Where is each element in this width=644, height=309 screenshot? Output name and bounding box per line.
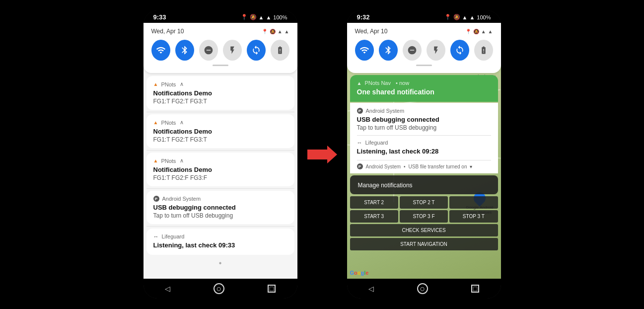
right-tile-sync[interactable] (450, 40, 469, 61)
left-notif3-body: FG1:T FG2:F FG3:F (153, 174, 287, 181)
left-tile-battery-saver[interactable] (271, 40, 289, 61)
left-back-button[interactable]: ◁ (165, 285, 170, 293)
right-notif-panel-overlay: Wed, Apr 10 📍 🔕 ▲ ▲ (347, 23, 501, 250)
left-notif2-expand: ∧ (180, 119, 184, 126)
right-recents-button[interactable]: □ (471, 285, 479, 293)
left-notif4-body: Tap to turn off USB debugging (153, 212, 287, 219)
right-qs-status-icons: 📍 🔕 ▲ ▲ (465, 29, 493, 34)
divider-4 (146, 226, 294, 227)
pnots-triangle-icon-2: ▲ (153, 120, 158, 125)
left-notif-pnots-3[interactable]: ▲ PNots ∧ Notifications Demo FG1:T FG2:F… (146, 153, 294, 186)
right-notif-green-time: • now (396, 80, 409, 86)
divider-2 (146, 150, 294, 151)
left-notif-lifeguard[interactable]: ↔ Lifeguard Listening, last check 09:33 (146, 229, 294, 255)
right-usb-footer[interactable]: P Android System • USB file transfer tur… (350, 160, 498, 173)
right-status-icons: 📍 🔕 ▲ ▲ 100% (444, 14, 491, 20)
manage-notifs-label[interactable]: Manage notifications (358, 182, 413, 189)
right-notif-usb[interactable]: P Android System USB debugging connected… (350, 103, 498, 135)
right-usb-body: Tap to turn off USB debugging (357, 124, 491, 131)
right-white-notifs-card: P Android System USB debugging connected… (350, 103, 498, 173)
right-notif-pnots-nav[interactable]: ▲ PNots Nav • now One shared notificatio… (350, 75, 498, 102)
mute-icon: 🔕 (250, 14, 257, 20)
left-notif3-app: PNots (161, 158, 176, 164)
left-notification-panel: Wed, Apr 10 📍 🔕 ▲ ▲ (143, 23, 297, 279)
map-btn-empty[interactable] (449, 196, 498, 209)
left-notif2-body: FG1:T FG2:T FG3:T (153, 136, 287, 143)
left-home-button[interactable]: ○ (214, 283, 224, 294)
left-qs-tiles[interactable] (151, 40, 289, 61)
left-tile-flashlight[interactable] (223, 40, 242, 61)
right-tile-bluetooth[interactable] (379, 40, 398, 61)
divider-3 (146, 188, 294, 189)
right-map-buttons-row2: START 3 STOP 3 F STOP 3 T (350, 210, 498, 223)
map-btn-start3[interactable]: START 3 (350, 210, 398, 223)
left-notif3-title: Notifications Demo (153, 166, 287, 173)
right-tile-battery-saver[interactable] (474, 40, 493, 61)
left-qs-status-icons: 📍 🔕 ▲ ▲ (262, 29, 289, 34)
left-qs-wifi: ▲ (278, 29, 283, 34)
android-system-icon-left: P (153, 196, 159, 202)
right-qs-signal: ▲ (488, 29, 493, 34)
left-qs-date: Wed, Apr 10 (151, 28, 184, 35)
map-btn-stop3f[interactable]: STOP 3 F (400, 210, 448, 223)
right-time: 9:32 (357, 13, 370, 21)
right-wifi-icon: ▲ (462, 14, 468, 20)
map-btn-check-services[interactable]: CHECK SERVICES (350, 224, 498, 236)
right-qs-tiles[interactable] (355, 40, 493, 61)
left-notif1-expand: ∧ (180, 81, 184, 87)
right-qs-date: Wed, Apr 10 (355, 28, 388, 35)
left-notif3-header: ▲ PNots ∧ (153, 157, 287, 164)
right-notif-green-title: One shared notification (357, 88, 491, 96)
right-usb-app: Android System (366, 108, 405, 114)
right-map-buttons-row3: CHECK SERVICES (350, 224, 498, 236)
left-recents-button[interactable]: □ (268, 285, 276, 293)
left-dot-indicator: • (146, 256, 294, 271)
map-btn-stop3t[interactable]: STOP 3 T (449, 210, 498, 223)
right-qs-location: 📍 (465, 29, 471, 34)
right-notif-lifeguard[interactable]: ↔ Lifeguard Listening, last check 09:28 (350, 136, 498, 160)
left-notif2-header: ▲ PNots ∧ (153, 119, 287, 126)
left-tile-wifi[interactable] (151, 40, 170, 61)
left-notif-pnots-1[interactable]: ▲ PNots ∧ Notifications Demo FG1:T FG2:T… (146, 76, 294, 110)
right-footer-usb-text: USB file transfer turned on (409, 164, 467, 169)
wifi-status-icon: ▲ (259, 14, 264, 20)
left-notif5-app: Lifeguard (162, 233, 185, 239)
right-footer-expand-icon: ▾ (470, 164, 472, 169)
left-tile-dnd[interactable] (199, 40, 218, 61)
left-notif4-title: USB debugging connected (153, 204, 287, 211)
divider-1 (146, 112, 294, 112)
map-btn-start-nav[interactable]: START NAVIGATION (350, 238, 498, 250)
left-notif4-app: Android System (162, 196, 201, 202)
right-tile-dnd[interactable] (403, 40, 422, 61)
right-footer-app: Android System (366, 164, 401, 169)
left-tile-bluetooth[interactable] (175, 40, 194, 61)
left-notif3-expand: ∧ (180, 157, 184, 164)
map-btn-start2[interactable]: START 2 (350, 196, 398, 209)
right-map-buttons-row1: START 2 STOP 2 T (350, 196, 498, 209)
right-map-buttons-row4: START NAVIGATION (350, 238, 498, 250)
right-tile-flashlight[interactable] (427, 40, 445, 61)
google-logo: Google (350, 270, 369, 276)
right-back-button[interactable]: ◁ (368, 285, 374, 293)
left-status-bar: 9:33 📍 🔕 ▲ ▲ 100% (143, 10, 297, 23)
right-tile-wifi[interactable] (355, 40, 374, 61)
right-qs-handle (416, 65, 432, 66)
right-mute-icon: 🔕 (453, 14, 460, 20)
left-notif-android-system[interactable]: P Android System USB debugging connected… (146, 191, 294, 224)
left-quick-settings: Wed, Apr 10 📍 🔕 ▲ ▲ (143, 23, 297, 73)
battery-label: 100% (273, 14, 287, 20)
left-qs-handle (213, 65, 228, 66)
left-notif2-app: PNots (161, 120, 176, 126)
right-home-button[interactable]: ○ (417, 283, 428, 294)
right-manage-notifs[interactable]: Manage notifications (350, 175, 498, 194)
left-notif-pnots-2[interactable]: ▲ PNots ∧ Notifications Demo FG1:T FG2:T… (146, 114, 294, 148)
map-btn-stop2t[interactable]: STOP 2 T (400, 196, 448, 209)
right-qs-header: Wed, Apr 10 📍 🔕 ▲ ▲ (355, 28, 493, 35)
arrow-container (307, 146, 337, 163)
right-quick-settings: Wed, Apr 10 📍 🔕 ▲ ▲ (347, 23, 501, 73)
right-bottom-bar: ◁ ○ □ (347, 279, 501, 299)
left-tile-sync[interactable] (247, 40, 266, 61)
lifeguard-icon-left: ↔ (153, 233, 159, 239)
left-qs-header: Wed, Apr 10 📍 🔕 ▲ ▲ (151, 28, 289, 35)
right-qs-wifi: ▲ (481, 29, 486, 34)
